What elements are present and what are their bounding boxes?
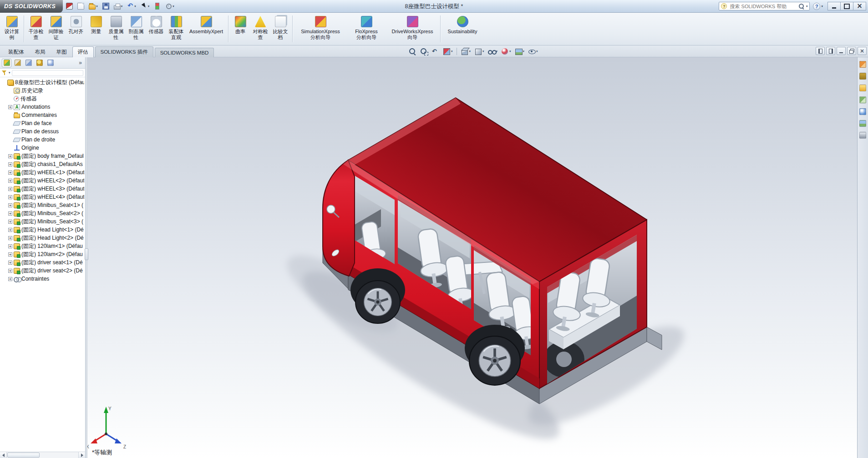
- panel-tabs-overflow-button[interactable]: »: [79, 60, 83, 66]
- expander[interactable]: +: [8, 179, 12, 183]
- headsup-view-orientation-button[interactable]: ▾: [459, 46, 472, 56]
- tree-item-13[interactable]: +(固定) wHEEL<3> (Défaut: [0, 185, 85, 193]
- expander[interactable]: +: [8, 244, 12, 248]
- filter-dropdown-icon[interactable]: ▾: [9, 71, 10, 75]
- expander[interactable]: +: [8, 220, 12, 224]
- ribbon-measure-button[interactable]: 测量: [86, 14, 106, 44]
- tree-item-0[interactable]: 8座微型巴士设计模型 (Défaut: [0, 78, 85, 86]
- search-icon[interactable]: [798, 3, 804, 9]
- tree-item-11[interactable]: +(固定) wHEEL<1> (Défaut: [0, 168, 85, 176]
- qat-options-button[interactable]: ▾: [163, 1, 176, 11]
- expander[interactable]: +: [8, 171, 12, 175]
- headsup-edit-appearance-button[interactable]: ▾: [499, 46, 513, 56]
- command-tab-solidworks-addins[interactable]: SOLIDWORKS 插件: [95, 46, 153, 57]
- filter-funnel-icon[interactable]: [2, 70, 7, 75]
- taskpane-design-library-button[interactable]: [858, 72, 867, 81]
- search-dropdown-icon[interactable]: ▾: [806, 5, 808, 8]
- tree-item-2[interactable]: 传感器: [0, 95, 85, 103]
- headsup-zoom-fit-button[interactable]: [407, 46, 418, 56]
- graphics-viewport[interactable]: X Y Z *等轴测: [87, 57, 857, 458]
- ribbon-design-study-button[interactable]: 设计算例: [2, 14, 22, 44]
- ribbon-assembly-visualization-button[interactable]: 装配体 直观: [166, 14, 186, 44]
- taskpane-file-explorer-button[interactable]: [858, 84, 867, 92]
- ribbon-section-properties-button[interactable]: 剖面属性: [126, 14, 146, 44]
- ribbon-hole-alignment-button[interactable]: 孔对齐: [66, 14, 86, 44]
- command-tab-layout[interactable]: 布局: [30, 46, 51, 57]
- dimxpertmanager-tab[interactable]: [35, 59, 44, 67]
- tree-item-12[interactable]: +(固定) wHEEL<2> (Défaut: [0, 176, 85, 185]
- headsup-view-settings-button[interactable]: ▾: [526, 46, 539, 56]
- help-button[interactable]: ▾: [813, 3, 823, 10]
- qat-undo-button[interactable]: ▾: [125, 1, 138, 11]
- qat-select-button[interactable]: ▾: [139, 1, 152, 11]
- taskpane-appearances-button[interactable]: [858, 107, 867, 116]
- docwin-restore-button[interactable]: [847, 47, 856, 55]
- tree-item-4[interactable]: Commentaires: [0, 111, 85, 119]
- expander[interactable]: +: [8, 187, 12, 191]
- taskpane-resources-button[interactable]: [858, 60, 867, 69]
- tree-item-1[interactable]: 历史记录: [0, 86, 85, 95]
- headsup-display-style-button[interactable]: ▾: [472, 46, 486, 56]
- hscroll-left-button[interactable]: [0, 452, 7, 458]
- qat-save-button[interactable]: [101, 1, 111, 11]
- tree-item-15[interactable]: +(固定) Minibus_Seat<1> (: [0, 201, 85, 209]
- ribbon-assembly-xpert-button[interactable]: AssemblyXpert: [186, 14, 226, 44]
- headsup-section-view-button[interactable]: ▾: [441, 46, 454, 56]
- qat-open-button[interactable]: ▾: [87, 1, 100, 11]
- hscroll-thumb[interactable]: [7, 453, 40, 458]
- search-input[interactable]: [729, 3, 796, 10]
- close-button[interactable]: [853, 2, 866, 10]
- tree-item-9[interactable]: +(固定) body frame_Defaul: [0, 152, 85, 160]
- expander[interactable]: +: [8, 252, 12, 257]
- ribbon-compare-documents-button[interactable]: 比较文档: [270, 14, 290, 44]
- maximize-button[interactable]: [840, 2, 853, 10]
- qat-print-button[interactable]: ▾: [112, 2, 125, 11]
- expander[interactable]: +: [8, 211, 12, 216]
- ribbon-simulationxpress-button[interactable]: SimulationXpress 分析向导: [294, 14, 346, 44]
- search-box[interactable]: ▾: [719, 2, 810, 10]
- tree-item-5[interactable]: Plan de face: [0, 119, 85, 127]
- expander[interactable]: +: [8, 236, 12, 240]
- expander[interactable]: +: [8, 105, 12, 109]
- tree-filter-field[interactable]: [12, 70, 83, 76]
- tree-item-7[interactable]: Plan de droite: [0, 136, 85, 144]
- displaymanager-tab[interactable]: [46, 59, 55, 67]
- graphics-area[interactable]: X Y Z: [87, 57, 857, 458]
- ribbon-interference-check-button[interactable]: 干涉检查: [26, 14, 46, 44]
- tree-item-3[interactable]: +Annotations: [0, 103, 85, 111]
- headsup-apply-scene-button[interactable]: ▾: [513, 46, 526, 56]
- tree-item-10[interactable]: +(固定) chasis1_DefaultAs V: [0, 160, 85, 168]
- command-tab-assembly[interactable]: 装配体: [3, 46, 30, 57]
- ribbon-sensor-button[interactable]: 传感器: [146, 14, 166, 44]
- tree-item-22[interactable]: +(固定) driver seat<1> (Dé: [0, 258, 85, 267]
- expander[interactable]: +: [8, 228, 12, 232]
- ribbon-sustainability-button[interactable]: Sustainability: [442, 14, 482, 44]
- expander[interactable]: +: [8, 162, 12, 166]
- expander[interactable]: +: [8, 154, 12, 158]
- tree-item-8[interactable]: Origine: [0, 144, 85, 152]
- taskpane-custom-properties-button[interactable]: [858, 131, 867, 140]
- tree-item-24[interactable]: +Contraintes: [0, 275, 85, 283]
- featuremanager-tab[interactable]: [2, 59, 11, 67]
- tree-item-23[interactable]: +(固定) driver seat<2> (Dé: [0, 267, 85, 275]
- command-tab-solidworks-mbd[interactable]: SOLIDWORKS MBD: [155, 48, 214, 57]
- headsup-previous-view-button[interactable]: [430, 46, 441, 56]
- propertymanager-tab[interactable]: [13, 59, 22, 67]
- qat-new-button[interactable]: [76, 1, 86, 11]
- docwin-pane-right-button[interactable]: [826, 47, 835, 55]
- ribbon-floxpress-button[interactable]: FloXpress 分析向导: [346, 14, 386, 44]
- tree-item-21[interactable]: +(固定) 120lam<2> (Défau: [0, 250, 85, 258]
- splitter-grip[interactable]: [85, 248, 88, 260]
- ribbon-clearance-verify-button[interactable]: 间隙验证: [46, 14, 66, 44]
- panel-splitter[interactable]: [86, 57, 87, 458]
- headsup-zoom-area-button[interactable]: [418, 46, 429, 56]
- expander[interactable]: +: [8, 277, 12, 281]
- headsup-hide-show-items-button[interactable]: ▾: [486, 46, 499, 56]
- ribbon-mass-properties-button[interactable]: 质量属性: [106, 14, 126, 44]
- ribbon-symmetry-check-button[interactable]: 对称检查: [250, 14, 270, 44]
- docwin-close-button[interactable]: [858, 47, 867, 55]
- bus-model[interactable]: [277, 98, 696, 458]
- hscroll-right-button[interactable]: [78, 452, 85, 458]
- ribbon-curvature-button[interactable]: 曲率: [230, 14, 250, 44]
- docwin-pane-left-button[interactable]: [816, 47, 825, 55]
